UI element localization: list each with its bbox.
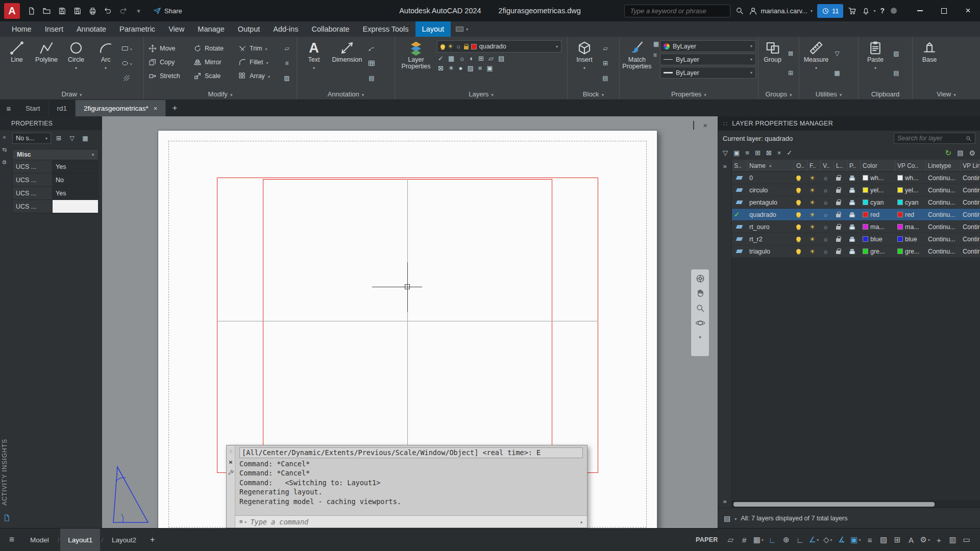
properties-settings-grid-icon[interactable] (653, 52, 659, 59)
arc-chevron-icon[interactable] (105, 64, 107, 71)
ribbon-tab-add-ins[interactable]: Add-ins (266, 21, 305, 37)
property-value[interactable]: Yes (53, 160, 98, 173)
layer-vp-linetype-cell[interactable]: Contir (961, 184, 980, 196)
customize-icon[interactable] (228, 469, 234, 476)
collapse-filters-icon[interactable] (723, 162, 726, 170)
layer-lock-cell[interactable] (834, 196, 847, 208)
layer-name-cell[interactable]: 0 (747, 172, 794, 184)
collapse-filters-bottom-icon[interactable] (723, 497, 726, 505)
quick-calc-tool-icon[interactable] (832, 69, 842, 78)
layer-lock-icon[interactable] (836, 177, 841, 181)
layer-manager-titlebar[interactable]: LAYER PROPERTIES MANAGER (718, 116, 980, 131)
file-tab-start[interactable]: Start (17, 100, 49, 116)
layer-plot-icon[interactable] (849, 239, 855, 242)
layer-on-icon[interactable] (796, 224, 801, 229)
layer-plot-icon[interactable] (849, 227, 855, 230)
properties-list-icon[interactable] (653, 40, 659, 47)
layer-freeze-icon[interactable] (810, 211, 815, 218)
layer-color-cell[interactable]: red (861, 209, 895, 220)
command-grip-icon[interactable] (229, 447, 232, 455)
layer-color-cell[interactable]: blue (861, 233, 895, 245)
new-layer-tool-icon[interactable] (478, 55, 484, 62)
object-snap-tracking-icon[interactable]: ∡ (835, 532, 848, 547)
lock-fade-icon[interactable] (467, 64, 473, 72)
layer-row-circulo[interactable]: circuloyel...yel...Continu...Contir (732, 184, 980, 196)
measure-chevron-icon[interactable] (815, 64, 817, 71)
account-menu[interactable]: mariana.i.carv... (749, 7, 813, 15)
layer-vp-freeze-cell[interactable] (821, 233, 834, 245)
layer-plot-cell[interactable] (847, 172, 861, 184)
property-value[interactable]: No (53, 173, 98, 186)
zoom-icon[interactable] (695, 303, 705, 313)
create-block-icon[interactable] (600, 59, 610, 68)
panel-label-draw[interactable]: Draw (0, 88, 143, 99)
dynamic-input-icon[interactable]: ⊕ (780, 532, 793, 547)
layer-row-rt_ouro[interactable]: rt_ouroma...ma...Continu...Contir (732, 221, 980, 233)
layer-color-cell[interactable]: gre... (861, 245, 895, 257)
infer-constraints-icon[interactable]: ∟ (766, 532, 779, 547)
lineweight-icon[interactable]: ≡ (864, 532, 876, 547)
grid-display-icon[interactable]: # (738, 532, 751, 547)
layer-column-2[interactable]: O.. (794, 160, 807, 171)
layer-column-1[interactable]: Name (747, 160, 794, 171)
search-icon[interactable] (735, 6, 744, 15)
insert-chevron-icon[interactable] (583, 64, 585, 71)
layer-freeze-cell[interactable] (807, 172, 821, 184)
new-property-filter-icon[interactable] (723, 149, 728, 157)
trim-button[interactable]: Trim (236, 41, 281, 55)
layer-column-4[interactable]: V.. (821, 160, 834, 171)
layer-name-cell[interactable]: quadrado (747, 209, 794, 220)
layer-name-cell[interactable]: triagulo (747, 245, 794, 257)
group-edit-icon[interactable] (786, 69, 796, 78)
workspace-icon[interactable]: ⚙ (919, 532, 932, 547)
command-line-window[interactable]: [All/Center/Dynamic/Extents/Previous/Sca… (226, 445, 587, 528)
layer-linetype-cell[interactable]: Continu... (926, 245, 961, 257)
layer-on-icon[interactable] (796, 249, 801, 254)
doc-close-button[interactable] (703, 121, 707, 130)
layer-vp-freeze-cell[interactable] (821, 172, 834, 184)
layer-plot-cell[interactable] (847, 209, 861, 220)
new-drawing-tab-button[interactable] (166, 100, 183, 116)
paste-button[interactable]: Paste (861, 38, 890, 88)
hatch-button[interactable] (121, 73, 132, 82)
hscroll-thumb[interactable] (733, 502, 935, 507)
quick-select-icon[interactable] (66, 133, 78, 143)
save-button[interactable] (55, 4, 69, 18)
layer-plot-cell[interactable] (847, 245, 861, 257)
layout-tab-model[interactable]: Model (22, 529, 57, 551)
match-layer-icon[interactable] (448, 55, 454, 62)
layer-on-icon[interactable] (796, 200, 801, 205)
annotation-extra-icon[interactable] (366, 73, 377, 82)
misc-section-header[interactable]: Misc (12, 149, 99, 160)
close-button[interactable] (956, 0, 980, 21)
layer-vp-freeze-icon[interactable] (823, 223, 828, 231)
layer-off-icon[interactable] (459, 64, 463, 72)
layer-plot-icon[interactable] (849, 178, 855, 181)
layer-plot-cell[interactable] (847, 184, 861, 196)
object-color-dropdown[interactable]: ByLayer (660, 40, 756, 52)
layer-on-cell[interactable] (794, 196, 807, 208)
layer-freeze-icon[interactable] (810, 174, 815, 182)
command-expand-icon[interactable] (580, 519, 583, 524)
line-button[interactable]: Line (2, 38, 32, 88)
layer-plot-icon[interactable] (849, 251, 855, 254)
layer-freeze-cell[interactable] (807, 221, 821, 233)
layer-plot-cell[interactable] (847, 233, 861, 245)
stretch-button[interactable]: Stretch (146, 69, 191, 83)
selection-cycling-icon[interactable]: ⊞ (891, 532, 904, 547)
new-button[interactable] (24, 4, 38, 18)
layer-on-cell[interactable] (794, 245, 807, 257)
model-paper-toggle-icon[interactable]: ▱ (724, 532, 737, 547)
layer-row-quadrado[interactable]: quadradoredredContinu...Contir (732, 209, 980, 221)
layer-vp-freeze-icon[interactable] (823, 211, 828, 218)
layer-column-6[interactable]: P.. (847, 160, 861, 171)
layer-color-cell[interactable]: wh... (861, 172, 895, 184)
ribbon-tab-home[interactable]: Home (5, 21, 38, 37)
layer-on-icon[interactable] (796, 176, 801, 180)
block-attributes-icon[interactable] (600, 73, 610, 82)
share-button[interactable]: Share (153, 7, 182, 15)
polyline-button[interactable]: Polyline (32, 38, 61, 88)
paste-chevron-icon[interactable] (874, 64, 876, 71)
linetype-dropdown[interactable]: ByLayer (660, 54, 756, 65)
layer-freeze-cell[interactable] (807, 209, 821, 220)
